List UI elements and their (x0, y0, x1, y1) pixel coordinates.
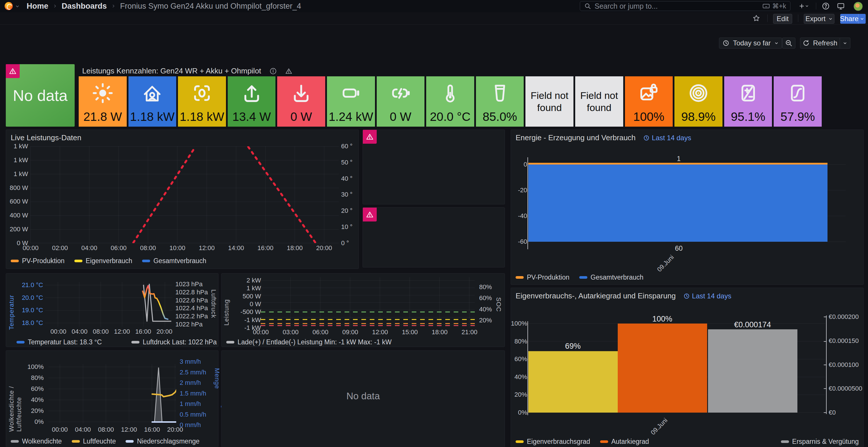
live-y-axis: 1 kW1 kW1 kW800 W600 W400 W200 W0 W (6, 143, 28, 246)
tick-label: 20% (479, 317, 492, 323)
pressure-axis-label: Luftdruck (210, 289, 217, 330)
panel-title[interactable]: Live Leistungs-Daten (11, 133, 81, 142)
tick-label: 2 kW (247, 277, 261, 284)
stat-tiles-row: 21.8 W 1.18 kW 1.18 kW 13.4 W 0 W (79, 76, 822, 127)
tick-label: €0.000150 (829, 338, 859, 344)
stat-value: 1.18 kW (180, 110, 224, 124)
legend-item[interactable]: Luftfeuchte (72, 438, 116, 445)
stat-tile-selfuse[interactable]: 100% (625, 76, 673, 127)
monitor-button[interactable] (836, 2, 846, 10)
stat-tile-autarky[interactable]: 98.9% (675, 76, 722, 127)
legend-item[interactable]: PV-Produktion (516, 274, 569, 281)
stat-tile-scan[interactable]: 1.18 kW (178, 76, 226, 127)
search-input[interactable]: Search or jump to... ⌘+k (580, 1, 790, 11)
temp-chart-plot[interactable] (45, 282, 173, 328)
edit-button[interactable]: Edit (773, 14, 792, 24)
live-x-axis: 00:0002:0004:0006:0008:0010:0012:0014:00… (16, 245, 339, 251)
breadcrumb-separator-icon (53, 4, 57, 8)
tick-label: 60 ° (341, 143, 352, 150)
chevron-down-icon (774, 41, 779, 45)
refresh-button[interactable]: Refresh (800, 38, 840, 49)
star-icon[interactable] (752, 14, 761, 22)
legend-item[interactable]: Gesamtverbrauch (142, 257, 206, 265)
breadcrumb-current[interactable]: Fronius Symo Gen24 Akku und Ohmpilot_gfo… (120, 2, 301, 11)
battery-power-panel: Leistung 2 kW1 kW500 W0 W-500 W-1 kW-1 k… (221, 273, 505, 347)
refresh-interval-button[interactable] (840, 38, 850, 49)
stat-tile-grid-import[interactable]: 0 W (277, 76, 325, 127)
wolken-legend: WolkendichteLuftfeuchteNiederschlagsmeng… (11, 438, 199, 445)
stat-tile-soc[interactable]: 85.0% (476, 76, 524, 127)
panel-error-badge[interactable] (363, 207, 377, 221)
legend-item[interactable]: Wolkendichte (11, 438, 62, 445)
export-button[interactable]: Export (804, 14, 834, 24)
no-data-panel[interactable]: No data (221, 350, 505, 447)
stat-tile-field-not-found[interactable]: Field not found (525, 76, 574, 127)
energie-chart-plot[interactable] (527, 157, 846, 257)
info-icon[interactable] (269, 67, 277, 75)
time-range-link[interactable]: Last 14 days (683, 292, 732, 300)
einsparung-chart-plot[interactable] (527, 315, 830, 417)
curve-icon (785, 81, 810, 106)
stat-tile-house[interactable]: 1.18 kW (128, 76, 177, 127)
share-button[interactable]: Share (840, 14, 858, 24)
temp-y-axis: 21.0 °C20.0 °C19.0 °C18.0 °C (17, 282, 43, 326)
legend-item[interactable]: Temperatur Last: 18.3 °C (17, 338, 102, 346)
temp-legend: Temperatur Last: 18.3 °CLuftdruck Last: … (17, 338, 217, 346)
stat-tile-feedin[interactable]: 13.4 W (228, 76, 276, 127)
tick-label: 60% (479, 295, 492, 301)
legend-item[interactable]: Eigenverbrauch (74, 257, 132, 265)
panel-error-badge[interactable] (6, 64, 20, 78)
panel-title[interactable]: Eigenverbrauchs-, Autarkiegrad und Einsp… (516, 291, 676, 300)
panel-error-badge[interactable] (363, 130, 377, 144)
tick-label: 08:00 (90, 328, 112, 335)
panel-warning-icon[interactable] (285, 67, 292, 75)
panel-title[interactable]: Energie - Erzeugung und Verbrauch (516, 133, 636, 142)
zoom-out-button[interactable] (782, 38, 795, 49)
time-range-picker[interactable]: Today so far (719, 38, 782, 49)
breadcrumb-home[interactable]: Home (27, 2, 48, 11)
legend-item[interactable]: Autarkiegrad (600, 438, 649, 446)
empty-panel-2[interactable] (363, 207, 505, 267)
stat-value: 100% (633, 110, 664, 124)
tick-label: €0.000100 (829, 362, 859, 368)
tick-label: 16:00 (132, 328, 154, 335)
breadcrumb-dashboards[interactable]: Dashboards (62, 2, 107, 11)
stat-tile-efficiency[interactable]: 95.1% (724, 76, 772, 127)
wolken-chart-plot[interactable] (48, 364, 176, 425)
energie-legend: PV-ProduktionGesamtverbrauch (516, 274, 644, 281)
share-menu-button[interactable] (858, 14, 866, 24)
org-chevron-down-icon[interactable] (15, 4, 20, 9)
panel-title[interactable]: Leistungs Kennzahlen: Gen24 WR + Akku + … (82, 66, 261, 75)
home-icon (140, 81, 165, 106)
stat-tile-curve[interactable]: 57.9% (774, 76, 822, 127)
legend-item[interactable]: Gesamtverbrauch (579, 274, 644, 281)
legend-item[interactable]: PV-Produktion (11, 257, 64, 265)
legend-item[interactable]: Ersparnis & Vergütung (781, 438, 859, 446)
tick-label: 100% (511, 320, 527, 327)
stat-tile-battery-charging[interactable]: 0 W (377, 76, 425, 127)
grafana-logo[interactable] (5, 2, 13, 10)
legend-item[interactable]: Niederschlagsmenge (126, 438, 199, 445)
new-button[interactable] (796, 2, 811, 10)
lade-chart-plot[interactable] (261, 277, 475, 331)
live-chart-plot[interactable] (30, 146, 339, 243)
stat-tile-field-not-found[interactable]: Field not found (575, 76, 623, 127)
help-button[interactable] (820, 2, 831, 10)
tick-label: €0.000200 (829, 314, 859, 320)
avatar[interactable] (854, 2, 863, 11)
legend-item[interactable]: Luftdruck Last: 1022 hPa (131, 338, 217, 346)
legend-item[interactable]: Lade(+) / Entlade(-) Leistung Min: -1 kW… (226, 338, 392, 346)
empty-panel-1[interactable] (363, 130, 505, 204)
time-range-link[interactable]: Last 14 days (643, 134, 691, 142)
tick-label: 60% (31, 386, 44, 392)
temp-pressure-panel: Temperatur 21.0 °C20.0 °C19.0 °C18.0 °C … (6, 273, 218, 347)
legend-item[interactable]: Eigenverbrauchsgrad (516, 438, 590, 446)
tick-label: 1 kW (13, 143, 28, 150)
stat-panel-no-data[interactable]: No data (6, 64, 75, 127)
tick-label: 10 ° (341, 224, 352, 230)
stat-tile-battery[interactable]: 1.24 kW (327, 76, 375, 127)
stat-tile-temperature[interactable]: 20.0 °C (426, 76, 474, 127)
tick-label: -1 kW (245, 317, 261, 323)
tick-label: 15:00 (395, 329, 425, 336)
stat-tile-pv[interactable]: 21.8 W (79, 76, 127, 127)
